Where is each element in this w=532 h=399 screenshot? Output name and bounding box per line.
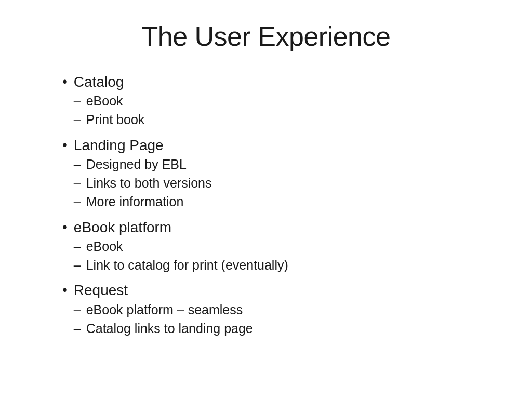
sub-list: eBook Link to catalog for print (eventua…: [74, 238, 288, 275]
sub-item-label: eBook platform – seamless: [86, 301, 243, 319]
main-list: Catalog eBook Print book Landing Page De…: [62, 73, 490, 340]
sub-item-label: More information: [86, 193, 184, 211]
sub-item-label: Print book: [86, 111, 145, 129]
bullet-content: eBook platform eBook Link to catalog for…: [74, 218, 288, 277]
bullet-label: eBook platform: [74, 218, 288, 237]
list-item: Landing Page Designed by EBL Links to bo…: [62, 136, 490, 214]
slide-content: Catalog eBook Print book Landing Page De…: [42, 73, 490, 344]
sub-list-item: eBook: [74, 92, 144, 110]
sub-list-item: eBook platform – seamless: [74, 301, 253, 319]
slide-title: The User Experience: [42, 21, 490, 52]
sub-list-item: Links to both versions: [74, 175, 212, 192]
bullet-label: Request: [74, 281, 253, 300]
bullet-label: Catalog: [74, 73, 144, 91]
list-item: eBook platform eBook Link to catalog for…: [62, 218, 490, 277]
sub-list: eBook Print book: [74, 92, 144, 130]
sub-list: eBook platform – seamless Catalog links …: [74, 301, 253, 339]
sub-list-item: Designed by EBL: [74, 156, 212, 174]
sub-list-item: Link to catalog for print (eventually): [74, 257, 288, 274]
sub-item-label: Links to both versions: [86, 175, 212, 192]
list-item: Catalog eBook Print book: [62, 73, 490, 132]
bullet-content: Catalog eBook Print book: [74, 73, 144, 132]
sub-list-item: eBook: [74, 238, 288, 256]
list-item: Request eBook platform – seamless Catalo…: [62, 281, 490, 340]
bullet-content: Request eBook platform – seamless Catalo…: [74, 281, 253, 340]
bullet-content: Landing Page Designed by EBL Links to bo…: [74, 136, 212, 214]
sub-item-label: eBook: [86, 92, 123, 110]
sub-item-label: Designed by EBL: [86, 156, 187, 174]
sub-list: Designed by EBL Links to both versions M…: [74, 156, 212, 211]
sub-item-label: eBook: [86, 238, 123, 256]
bullet-label: Landing Page: [74, 136, 212, 155]
sub-item-label: Link to catalog for print (eventually): [86, 257, 288, 274]
sub-list-item: Print book: [74, 111, 144, 129]
sub-list-item: Catalog links to landing page: [74, 320, 253, 338]
sub-item-label: Catalog links to landing page: [86, 320, 253, 338]
sub-list-item: More information: [74, 193, 212, 211]
